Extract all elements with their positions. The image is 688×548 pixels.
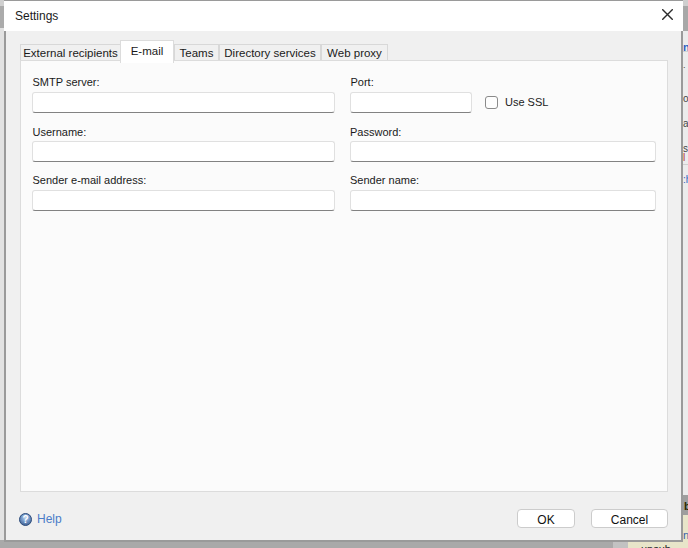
svg-text:?: ? [22,514,28,525]
